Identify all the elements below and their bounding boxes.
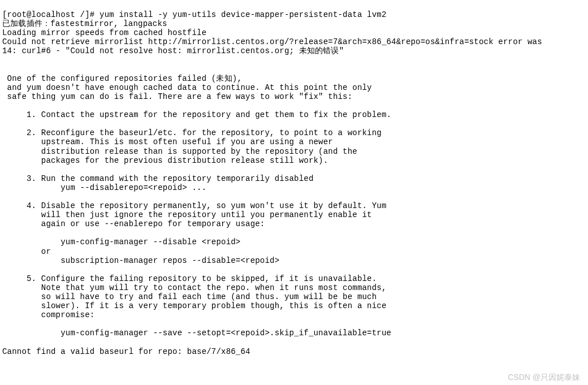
watermark: CSDN @只因妮泰妹 — [508, 373, 580, 382]
terminal-output: [root@localhost /]# yum install -y yum-u… — [2, 10, 586, 356]
